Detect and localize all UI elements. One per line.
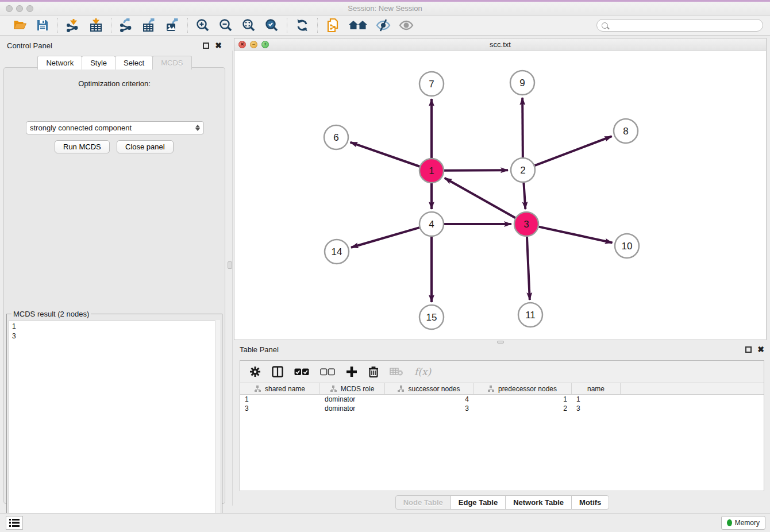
cell-shared-name[interactable]: 1 bbox=[240, 395, 320, 404]
table-panel: Table Panel ✖ bbox=[234, 342, 770, 509]
hide-network-eye-slash-icon[interactable] bbox=[376, 18, 391, 33]
zoom-fit-icon[interactable] bbox=[241, 18, 256, 33]
graph-edge-2-9[interactable] bbox=[522, 98, 523, 157]
cell-predecessor-nodes[interactable]: 2 bbox=[473, 404, 572, 413]
save-session-icon[interactable] bbox=[35, 18, 50, 33]
mcds-result-box: MCDS result (2 nodes) 1 3 bbox=[6, 314, 222, 532]
float-table-panel-icon[interactable] bbox=[745, 346, 752, 353]
window-titlebar: Session: New Session bbox=[0, 0, 770, 16]
export-network-icon[interactable] bbox=[119, 18, 134, 33]
import-network-icon[interactable] bbox=[66, 18, 80, 33]
run-mcds-button[interactable]: Run MCDS bbox=[55, 140, 110, 153]
cell-MCDS-role[interactable]: dominator bbox=[320, 404, 385, 413]
search-box[interactable] bbox=[596, 19, 763, 32]
graph-edge-2-3[interactable] bbox=[523, 183, 525, 209]
function-builder-icon[interactable]: f(x) bbox=[414, 366, 431, 377]
close-panel-button[interactable]: Close panel bbox=[117, 140, 174, 153]
table-row-1[interactable]: 1dominator411 bbox=[240, 395, 764, 404]
mcds-result-text[interactable]: 1 3 bbox=[9, 320, 220, 530]
select-all-checkboxes-icon[interactable] bbox=[294, 368, 309, 376]
graph-node-label-3: 3 bbox=[523, 219, 529, 230]
network-window-titlebar[interactable]: ✕ − + scc.txt bbox=[234, 38, 766, 51]
clone-network-icon[interactable] bbox=[325, 18, 340, 33]
delete-table-icon[interactable] bbox=[390, 367, 403, 376]
refresh-icon[interactable] bbox=[295, 18, 310, 33]
table-row-2[interactable]: 3dominator323 bbox=[240, 404, 764, 413]
dropdown-stepper-icon bbox=[195, 125, 200, 131]
open-file-icon[interactable] bbox=[12, 18, 27, 33]
float-panel-icon[interactable] bbox=[203, 43, 209, 49]
cell-name[interactable]: 1 bbox=[572, 395, 621, 404]
cell-successor-nodes[interactable]: 4 bbox=[385, 395, 473, 404]
show-network-eye-icon[interactable] bbox=[399, 18, 414, 33]
table-panel-tabs: Node Table Edge Table Network Table Moti… bbox=[234, 495, 770, 510]
tab-network[interactable]: Network bbox=[37, 56, 82, 70]
control-panel-header: Control Panel ✖ bbox=[0, 38, 229, 53]
graph-edge-3-10[interactable] bbox=[538, 227, 612, 243]
column-label: successor nodes bbox=[408, 385, 460, 393]
export-table-icon[interactable] bbox=[142, 18, 157, 33]
deselect-all-checkboxes-icon[interactable] bbox=[320, 368, 335, 376]
graph-node-label-10: 10 bbox=[622, 241, 633, 252]
mcds-result-title: MCDS result (2 nodes) bbox=[11, 310, 91, 318]
cell-name[interactable]: 3 bbox=[572, 404, 621, 413]
window-zoom-button[interactable] bbox=[26, 5, 33, 12]
network-view-window: ✕ − + scc.txt 7968124314101511 bbox=[234, 38, 767, 340]
search-icon bbox=[602, 22, 608, 29]
network-maximize-icon[interactable]: + bbox=[261, 41, 269, 48]
graph-edge-3-1[interactable] bbox=[445, 178, 515, 218]
zoom-out-icon[interactable] bbox=[218, 18, 233, 33]
memory-button[interactable]: Memory bbox=[721, 516, 765, 530]
window-minimize-button[interactable] bbox=[16, 5, 23, 12]
tab-select[interactable]: Select bbox=[115, 56, 153, 70]
home-icon[interactable] bbox=[348, 18, 368, 33]
network-graph[interactable]: 7968124314101511 bbox=[234, 51, 766, 340]
tab-node-table[interactable]: Node Table bbox=[395, 495, 451, 510]
splitter-grip[interactable] bbox=[228, 261, 232, 269]
add-column-icon[interactable] bbox=[346, 366, 357, 377]
tab-style[interactable]: Style bbox=[82, 56, 116, 70]
zoom-selected-icon[interactable] bbox=[264, 18, 279, 33]
close-panel-icon[interactable]: ✖ bbox=[215, 41, 222, 49]
column-header-MCDS-role[interactable]: MCDS role bbox=[320, 383, 385, 394]
column-hierarchy-icon bbox=[255, 385, 261, 392]
column-header-name[interactable]: name bbox=[572, 383, 621, 394]
graph-edge-3-11[interactable] bbox=[527, 237, 530, 300]
task-history-button[interactable] bbox=[6, 516, 23, 530]
result-scrollbar[interactable] bbox=[215, 320, 220, 530]
optimization-criterion-label: Optimization criterion: bbox=[4, 79, 225, 88]
graph-node-label-8: 8 bbox=[623, 126, 628, 137]
network-canvas[interactable]: 7968124314101511 bbox=[234, 51, 766, 340]
graph-edge-4-14[interactable] bbox=[351, 228, 419, 248]
cell-shared-name[interactable]: 3 bbox=[240, 404, 320, 413]
column-label: MCDS role bbox=[341, 385, 375, 393]
tab-mcds[interactable]: MCDS bbox=[152, 56, 191, 70]
network-close-icon[interactable]: ✕ bbox=[238, 41, 246, 48]
graph-edge-1-6[interactable] bbox=[351, 142, 420, 167]
graph-node-label-6: 6 bbox=[333, 132, 338, 143]
close-table-panel-icon[interactable]: ✖ bbox=[757, 345, 764, 353]
graph-edge-2-8[interactable] bbox=[535, 136, 612, 165]
tab-edge-table[interactable]: Edge Table bbox=[451, 495, 506, 510]
panel-splitter[interactable] bbox=[229, 38, 234, 506]
cell-successor-nodes[interactable]: 3 bbox=[385, 404, 473, 413]
split-columns-icon[interactable] bbox=[272, 366, 283, 377]
tab-network-table[interactable]: Network Table bbox=[505, 495, 572, 510]
horizontal-splitter-grip[interactable] bbox=[497, 341, 504, 344]
delete-column-trash-icon[interactable] bbox=[368, 366, 379, 377]
cell-predecessor-nodes[interactable]: 1 bbox=[473, 395, 572, 404]
graph-edge-1-2[interactable] bbox=[444, 170, 508, 171]
search-input[interactable] bbox=[611, 21, 758, 29]
tab-motifs[interactable]: Motifs bbox=[571, 495, 609, 510]
window-close-button[interactable] bbox=[6, 5, 13, 12]
zoom-in-icon[interactable] bbox=[195, 18, 210, 33]
import-table-icon[interactable] bbox=[88, 18, 103, 33]
network-minimize-icon[interactable]: − bbox=[250, 41, 257, 48]
column-header-successor-nodes[interactable]: successor nodes bbox=[385, 383, 473, 394]
criterion-dropdown[interactable]: strongly connected component bbox=[26, 121, 204, 134]
column-header-predecessor-nodes[interactable]: predecessor nodes bbox=[473, 383, 572, 394]
table-settings-gear-icon[interactable] bbox=[249, 366, 261, 377]
export-image-icon[interactable] bbox=[165, 18, 180, 33]
cell-MCDS-role[interactable]: dominator bbox=[320, 395, 385, 404]
column-header-shared-name[interactable]: shared name bbox=[240, 383, 320, 394]
